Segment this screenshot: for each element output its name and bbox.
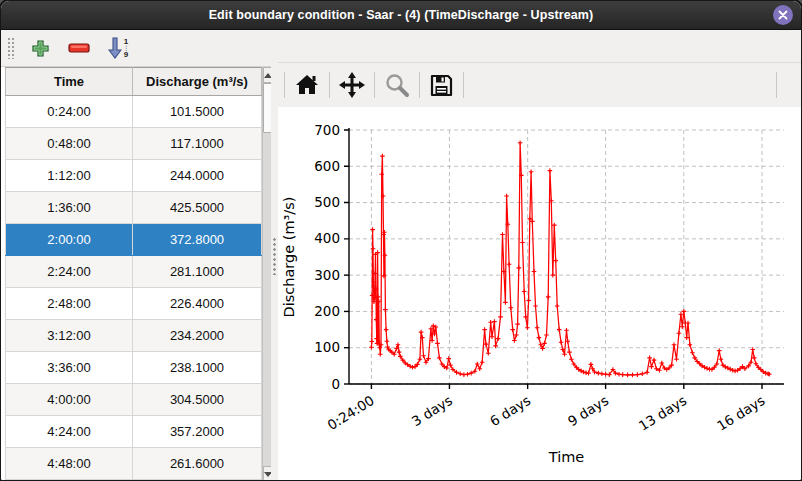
scrollbar-thumb[interactable] — [263, 83, 271, 133]
add-row-button[interactable] — [29, 37, 52, 60]
svg-text:200: 200 — [314, 303, 340, 319]
discharge-cell[interactable]: 244.0000 — [133, 160, 262, 192]
table-row[interactable]: 2:48:00226.4000 — [6, 288, 262, 320]
table-row[interactable]: 2:00:00372.8000 — [6, 224, 262, 256]
sort-arrow-icon — [108, 37, 122, 59]
svg-text:700: 700 — [314, 122, 340, 138]
discharge-cell[interactable]: 117.1000 — [133, 128, 262, 160]
discharge-time-chart[interactable]: 01002003004005006007000:24:003 days6 day… — [278, 107, 802, 478]
chart-toolbar — [278, 63, 801, 107]
table-row[interactable]: 1:36:00425.5000 — [6, 192, 262, 224]
time-cell[interactable]: 4:48:00 — [6, 448, 133, 480]
splitter-grip-icon — [273, 237, 276, 275]
table-panel: 1 ⋮ 9 Time Discharge (m³/s) 0:24:00101.5… — [1, 30, 271, 481]
discharge-cell[interactable]: 101.5000 — [133, 96, 262, 128]
time-cell[interactable]: 1:36:00 — [6, 192, 133, 224]
minus-icon — [68, 42, 90, 54]
time-cell[interactable]: 1:12:00 — [6, 160, 133, 192]
panel-splitter[interactable] — [271, 30, 278, 481]
discharge-cell[interactable]: 372.8000 — [133, 224, 262, 256]
toolbar-separator — [284, 72, 285, 98]
edit-boundary-condition-window: Edit boundary condition - Saar - (4) (Ti… — [0, 0, 802, 481]
plus-icon — [31, 39, 50, 58]
svg-text:Time: Time — [548, 449, 585, 465]
svg-text:0: 0 — [331, 376, 340, 392]
time-cell[interactable]: 2:00:00 — [6, 224, 133, 256]
remove-row-button[interactable] — [66, 40, 92, 56]
sort-digits: 1 ⋮ 9 — [123, 38, 129, 59]
svg-text:500: 500 — [314, 194, 340, 210]
home-icon — [294, 73, 320, 97]
toolbar-separator — [463, 72, 464, 98]
discharge-cell[interactable]: 234.2000 — [133, 320, 262, 352]
home-reset-view-button[interactable] — [291, 70, 323, 100]
svg-text:400: 400 — [314, 230, 340, 246]
discharge-cell[interactable]: 281.1000 — [133, 256, 262, 288]
svg-text:0:24:00: 0:24:00 — [324, 392, 377, 433]
triangle-up-icon — [264, 73, 271, 78]
table-row[interactable]: 4:00:00304.5000 — [6, 384, 262, 416]
table-row[interactable]: 0:24:00101.5000 — [6, 96, 262, 128]
toolbar-drag-handle[interactable] — [7, 37, 15, 59]
scroll-down-button[interactable] — [263, 466, 271, 481]
svg-text:6 days: 6 days — [487, 392, 533, 429]
time-cell[interactable]: 4:00:00 — [6, 384, 133, 416]
save-figure-button[interactable] — [426, 70, 457, 101]
svg-text:100: 100 — [314, 339, 340, 355]
svg-text:9 days: 9 days — [565, 392, 611, 429]
figure-canvas: 01002003004005006007000:24:003 days6 day… — [278, 107, 801, 481]
svg-text:3 days: 3 days — [409, 392, 455, 429]
table-row[interactable]: 4:24:00357.2000 — [6, 416, 262, 448]
table-area: Time Discharge (m³/s) 0:24:00101.50000:4… — [1, 67, 271, 481]
title-bar[interactable]: Edit boundary condition - Saar - (4) (Ti… — [1, 1, 801, 30]
table-row[interactable]: 3:12:00234.2000 — [6, 320, 262, 352]
time-discharge-table: Time Discharge (m³/s) 0:24:00101.50000:4… — [5, 67, 262, 481]
scrollbar-track[interactable] — [263, 83, 271, 466]
time-cell[interactable]: 0:24:00 — [6, 96, 133, 128]
table-row[interactable]: 0:48:00117.1000 — [6, 128, 262, 160]
svg-text:Discharge (m³/s): Discharge (m³/s) — [281, 197, 297, 318]
toolbar-separator — [419, 72, 420, 98]
magnifier-icon — [384, 72, 410, 98]
time-cell[interactable]: 3:36:00 — [6, 352, 133, 384]
floppy-save-icon — [429, 73, 454, 98]
time-cell[interactable]: 0:48:00 — [6, 128, 133, 160]
table-toolbar: 1 ⋮ 9 — [1, 30, 271, 67]
table-row[interactable]: 4:48:00261.6000 — [6, 448, 262, 480]
chart-panel-top-strip — [278, 30, 801, 63]
discharge-cell[interactable]: 226.4000 — [133, 288, 262, 320]
pan-button[interactable] — [336, 69, 368, 101]
sort-rows-button[interactable]: 1 ⋮ 9 — [106, 35, 131, 61]
toolbar-separator — [374, 72, 375, 98]
table-row[interactable]: 2:24:00281.1000 — [6, 256, 262, 288]
svg-text:16 days: 16 days — [714, 392, 768, 434]
close-button[interactable] — [773, 5, 793, 25]
zoom-button[interactable] — [381, 69, 413, 101]
svg-text:600: 600 — [314, 158, 340, 174]
triangle-down-icon — [264, 472, 271, 477]
window-title: Edit boundary condition - Saar - (4) (Ti… — [209, 8, 594, 22]
time-cell[interactable]: 2:48:00 — [6, 288, 133, 320]
time-cell[interactable]: 3:12:00 — [6, 320, 133, 352]
chart-panel: 01002003004005006007000:24:003 days6 day… — [278, 30, 801, 481]
table-header-row: Time Discharge (m³/s) — [6, 68, 262, 96]
toolbar-separator — [329, 72, 330, 98]
discharge-cell[interactable]: 304.5000 — [133, 384, 262, 416]
discharge-cell[interactable]: 357.2000 — [133, 416, 262, 448]
scroll-up-button[interactable] — [263, 67, 271, 83]
discharge-cell[interactable]: 238.1000 — [133, 352, 262, 384]
svg-text:13 days: 13 days — [636, 392, 690, 434]
table-scrollbar[interactable] — [262, 67, 271, 481]
table-row[interactable]: 1:12:00244.0000 — [6, 160, 262, 192]
discharge-cell[interactable]: 261.6000 — [133, 448, 262, 480]
toolbar-separator — [776, 72, 777, 98]
time-cell[interactable]: 2:24:00 — [6, 256, 133, 288]
time-column-header[interactable]: Time — [6, 68, 133, 96]
close-icon — [778, 10, 788, 20]
time-cell[interactable]: 4:24:00 — [6, 416, 133, 448]
discharge-column-header[interactable]: Discharge (m³/s) — [133, 68, 262, 96]
table-row[interactable]: 3:36:00238.1000 — [6, 352, 262, 384]
discharge-cell[interactable]: 425.5000 — [133, 192, 262, 224]
svg-text:300: 300 — [314, 267, 340, 283]
move-icon — [339, 72, 365, 98]
